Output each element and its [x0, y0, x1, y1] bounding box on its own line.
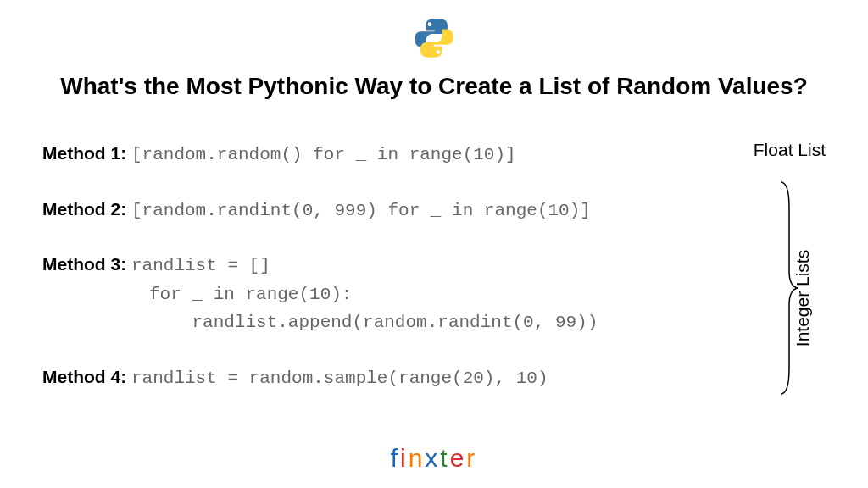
brand-letter: t [440, 444, 449, 473]
method-label: Method 1 [42, 143, 120, 163]
method-label: Method 3 [42, 254, 120, 274]
method-label: Method 4 [42, 367, 120, 386]
brand-letter: f [391, 444, 400, 473]
finxter-brand-logo: finxter [391, 444, 478, 473]
brand-letter: x [425, 444, 440, 473]
method-row: Method 4: randlist = random.sample(range… [42, 363, 704, 392]
method-code: [random.randint(0, 999) for _ in range(1… [131, 201, 591, 220]
brand-letter: e [450, 444, 467, 473]
method-code: randlist = random.sample(range(20), 10) [131, 369, 548, 388]
method-row: Method 1: [random.random() for _ in rang… [42, 140, 704, 169]
integer-lists-annotation: Integer Lists [793, 250, 813, 347]
method-row: Method 2: [random.randint(0, 999) for _ … [42, 196, 704, 225]
brand-letter: r [466, 444, 477, 473]
float-list-annotation: Float List [754, 140, 826, 160]
method-row: Method 3: randlist = [] for _ in range(1… [42, 251, 704, 336]
brand-letter: n [409, 444, 426, 473]
method-code: [random.random() for _ in range(10)] [131, 145, 516, 164]
python-logo-icon [413, 17, 455, 63]
page-title: What's the Most Pythonic Way to Create a… [0, 73, 868, 100]
brand-letter: i [400, 444, 409, 473]
methods-list: Method 1: [random.random() for _ in rang… [42, 140, 704, 419]
method-label: Method 2 [42, 199, 120, 219]
